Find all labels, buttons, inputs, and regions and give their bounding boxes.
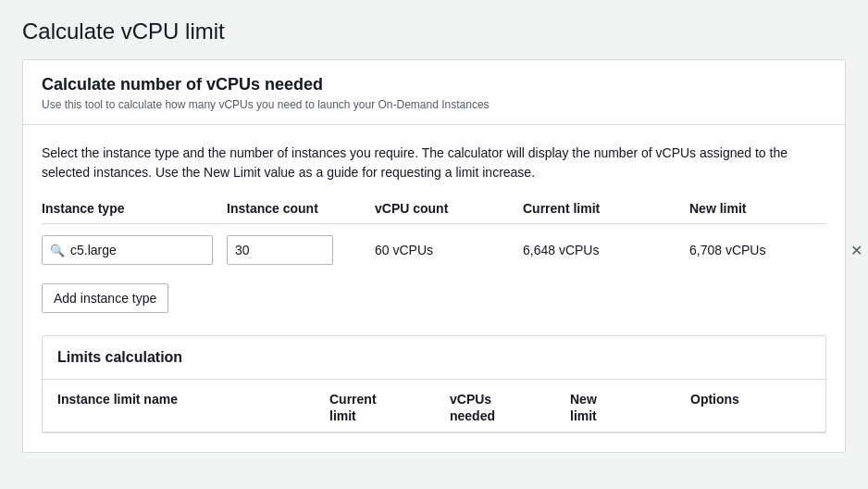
remove-row-button[interactable]: ✕ [837,242,868,259]
instance-count-cell [227,235,375,265]
limits-heading: Limits calculation [57,349,182,365]
limits-col-options: Options [690,391,811,424]
new-limit-cell: 6,708 vCPUs [689,243,837,257]
search-icon: 🔍 [50,244,65,257]
col-header-vcpu-count: vCPU count [375,201,523,216]
instance-type-input-wrapper[interactable]: 🔍 ✕ [42,235,213,265]
limits-col-new-limit: Newlimit [570,391,690,424]
current-limit-cell: 6,648 vCPUs [523,243,689,257]
instance-count-input[interactable] [227,235,333,265]
description-text: Select the instance type and the number … [42,144,826,182]
limits-col-current-limit: Currentlimit [329,391,450,424]
col-header-actions [837,201,868,216]
limits-col-instance-limit-name: Instance limit name [57,391,329,424]
table-row: 🔍 ✕ 60 vCPUs 6,648 vCPUs 6,708 vCPUs ✕ [42,235,826,265]
col-header-instance-count: Instance count [227,201,375,216]
card-heading: Calculate number of vCPUs needed [42,75,826,94]
instance-type-input[interactable] [70,243,232,257]
vcpu-count-cell: 60 vCPUs [375,243,523,257]
limits-col-vcpus-needed: vCPUsneeded [450,391,570,424]
limits-section: Limits calculation Instance limit name C… [42,335,826,433]
card-subheading: Use this tool to calculate how many vCPU… [42,98,826,111]
add-instance-type-button[interactable]: Add instance type [42,283,168,313]
col-header-new-limit: New limit [689,201,837,216]
page-title: Calculate vCPU limit [22,19,846,44]
instance-type-cell: 🔍 ✕ [42,235,227,265]
col-header-instance-type: Instance type [42,201,227,216]
col-header-current-limit: Current limit [523,201,689,216]
calculator-table: Instance type Instance count vCPU count … [42,201,826,313]
